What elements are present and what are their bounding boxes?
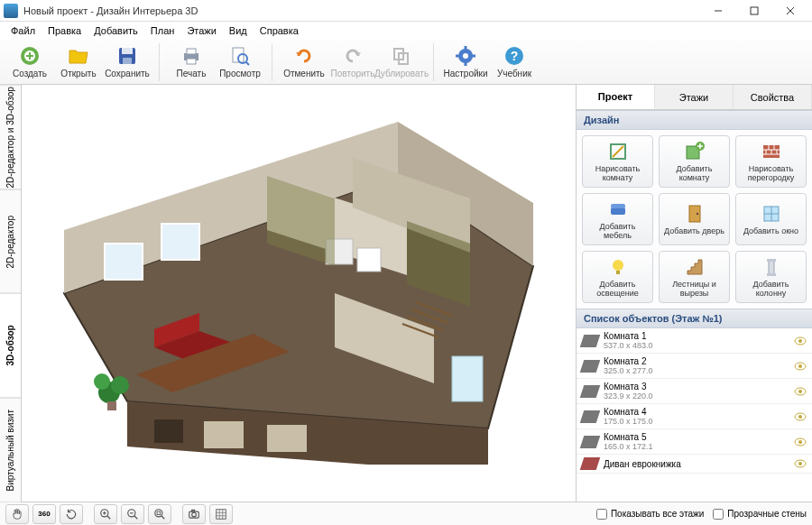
- side-tab-2d-3d[interactable]: 2D-редактор и 3D-обзор: [0, 85, 21, 189]
- obj-name: Комната 5: [604, 432, 794, 442]
- eye-icon[interactable]: [794, 459, 807, 468]
- print-button[interactable]: Печать: [167, 41, 216, 83]
- side-tab-3d[interactable]: 3D-обзор: [0, 293, 21, 398]
- add-door-button[interactable]: Добавить дверь: [659, 193, 730, 245]
- floor-plan-3d: [55, 122, 542, 465]
- svg-rect-76: [767, 273, 776, 276]
- zoom-out-button[interactable]: [121, 504, 144, 524]
- show-all-floors-checkbox[interactable]: [596, 509, 607, 520]
- tab-project[interactable]: Проект: [577, 85, 655, 109]
- svg-point-96: [155, 509, 162, 516]
- svg-rect-35: [105, 244, 143, 280]
- minimize-button[interactable]: [700, 1, 736, 21]
- list-item[interactable]: Комната 2 325.0 x 277.0: [577, 354, 812, 379]
- toolbar: Создать Открыть Сохранить Печать Пр: [0, 40, 812, 85]
- viewport-3d[interactable]: [22, 85, 576, 502]
- eye-icon[interactable]: [794, 336, 807, 345]
- add-light-button[interactable]: Добавить освещение: [582, 251, 653, 303]
- svg-rect-74: [769, 260, 774, 274]
- svg-rect-75: [767, 259, 776, 262]
- draw-room-button[interactable]: Нарисовать комнату: [582, 135, 653, 188]
- svg-rect-102: [217, 509, 226, 519]
- transparent-walls-check[interactable]: Прозрачные стены: [713, 509, 807, 520]
- undo-label: Отменить: [283, 69, 325, 78]
- side-tab-virtual[interactable]: Виртуальный визит: [0, 398, 21, 502]
- add-window-button[interactable]: Добавить окно: [735, 193, 807, 245]
- create-button[interactable]: Создать: [5, 41, 54, 83]
- right-panel: Проект Этажи Свойства Дизайн Нарисовать …: [576, 85, 812, 502]
- obj-dims: 325.0 x 277.0: [604, 366, 794, 375]
- toolbar-separator: [433, 43, 434, 81]
- tab-floors[interactable]: Этажи: [655, 85, 734, 109]
- zoom-in-button[interactable]: [94, 504, 117, 524]
- add-column-button[interactable]: Добавить колонну: [735, 251, 807, 303]
- menu-file[interactable]: Файл: [5, 23, 41, 38]
- menubar: Файл Правка Добавить План Этажи Вид Спра…: [0, 22, 812, 40]
- svg-rect-11: [187, 59, 196, 64]
- eye-icon[interactable]: [794, 438, 807, 447]
- obj-dims: 323.9 x 220.0: [604, 391, 794, 401]
- transparent-walls-checkbox[interactable]: [713, 509, 724, 520]
- panorama-360-button[interactable]: 360: [32, 504, 56, 524]
- svg-line-94: [134, 515, 138, 519]
- hand-tool-button[interactable]: [5, 504, 29, 524]
- grid-button[interactable]: [209, 504, 233, 524]
- design-btn-label: Добавить мебель: [585, 222, 651, 240]
- svg-point-72: [613, 260, 623, 271]
- undo-icon: [293, 45, 315, 67]
- menu-add[interactable]: Добавить: [88, 23, 143, 38]
- menu-help[interactable]: Справка: [254, 23, 304, 38]
- list-item[interactable]: Комната 1 537.0 x 483.0: [577, 328, 812, 354]
- object-list[interactable]: Комната 1 537.0 x 483.0 Комната 2 325.0 …: [577, 328, 812, 502]
- add-light-icon: [607, 256, 629, 278]
- svg-rect-8: [123, 58, 132, 64]
- list-item[interactable]: Комната 4 175.0 x 175.0: [577, 404, 812, 429]
- preview-button[interactable]: Просмотр: [216, 41, 264, 83]
- add-furniture-button[interactable]: Добавить мебель: [582, 193, 653, 245]
- menu-floors[interactable]: Этажи: [181, 23, 221, 38]
- menu-view[interactable]: Вид: [224, 23, 253, 38]
- checkbox-label: Прозрачные стены: [727, 509, 807, 519]
- svg-rect-65: [611, 207, 625, 215]
- save-button[interactable]: Сохранить: [103, 41, 152, 83]
- svg-rect-67: [689, 206, 700, 222]
- menu-plan[interactable]: План: [145, 23, 180, 38]
- svg-point-18: [463, 53, 468, 59]
- obj-dims: 175.0 x 175.0: [604, 417, 794, 426]
- menu-edit[interactable]: Правка: [42, 23, 87, 38]
- list-item[interactable]: Комната 5 165.0 x 172.1: [577, 429, 812, 455]
- tab-properties[interactable]: Свойства: [734, 85, 812, 109]
- list-item[interactable]: Диван еврокнижка: [577, 455, 812, 474]
- toolbar-separator: [159, 43, 160, 81]
- camera-button[interactable]: [182, 504, 206, 524]
- tutorial-button[interactable]: ? Учебник: [490, 41, 539, 83]
- maximize-button[interactable]: [736, 1, 772, 21]
- open-button[interactable]: Открыть: [54, 41, 103, 83]
- save-icon: [116, 45, 138, 67]
- eye-icon[interactable]: [794, 362, 807, 371]
- svg-rect-73: [616, 271, 620, 274]
- close-button[interactable]: [772, 1, 808, 21]
- settings-label: Настройки: [443, 69, 487, 78]
- undo-button[interactable]: Отменить: [280, 41, 328, 83]
- eye-icon[interactable]: [794, 387, 807, 396]
- side-tab-2d[interactable]: 2D-редактор: [0, 189, 21, 294]
- obj-dims: 537.0 x 483.0: [604, 341, 794, 350]
- draw-wall-button[interactable]: Нарисовать перегородку: [735, 135, 807, 188]
- print-label: Печать: [177, 69, 207, 78]
- duplicate-icon: [391, 45, 412, 67]
- eye-icon[interactable]: [794, 412, 807, 421]
- duplicate-button[interactable]: Дублировать: [377, 41, 426, 83]
- svg-rect-36: [161, 224, 199, 260]
- svg-point-68: [696, 213, 697, 215]
- svg-point-40: [111, 376, 129, 394]
- add-room-button[interactable]: Добавить комнату: [659, 135, 730, 188]
- stairs-button[interactable]: Лестницы и вырезы: [659, 251, 730, 303]
- magnifier-page-icon: [229, 45, 251, 67]
- rotate-button[interactable]: [60, 504, 83, 524]
- show-all-floors-check[interactable]: Показывать все этажи: [596, 509, 704, 520]
- settings-button[interactable]: Настройки: [441, 41, 490, 83]
- list-item[interactable]: Комната 3 323.9 x 220.0: [577, 379, 812, 404]
- redo-button[interactable]: Повторить: [328, 41, 377, 83]
- zoom-fit-button[interactable]: [148, 504, 171, 524]
